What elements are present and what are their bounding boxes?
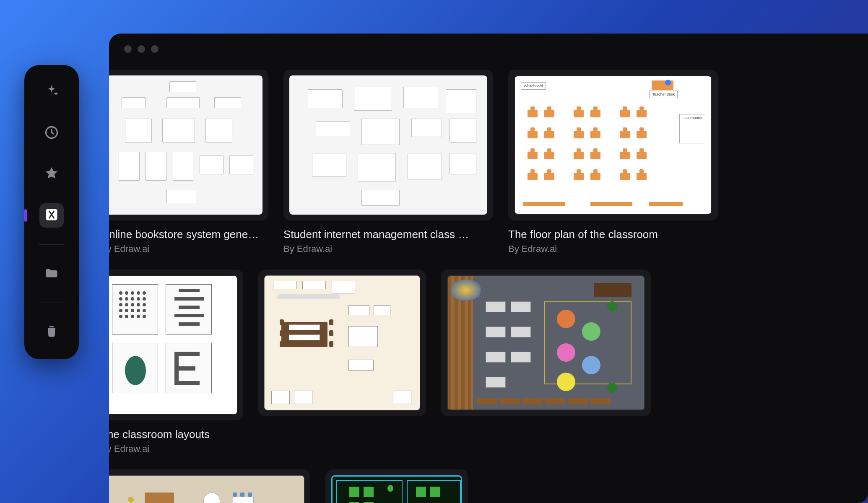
- traffic-light-maximize[interactable]: [151, 45, 159, 53]
- sidebar-item-recent[interactable]: [39, 121, 64, 145]
- sidebar-item-templates[interactable]: [39, 203, 64, 228]
- labcounter-label: Lab counter: [679, 114, 705, 143]
- template-thumbnail: [109, 469, 310, 503]
- trash-icon: [44, 324, 59, 340]
- svg-point-2: [50, 331, 51, 332]
- template-author: By Edraw.ai: [109, 244, 268, 254]
- template-thumbnail: [441, 270, 651, 416]
- template-card[interactable]: [441, 270, 651, 454]
- template-author: By Edraw.ai: [508, 244, 718, 254]
- template-card[interactable]: Student internet management class … By E…: [283, 70, 493, 254]
- main-window: Online bookstore system gene… By Edraw.a…: [109, 34, 868, 503]
- template-title: Student internet management class …: [283, 228, 493, 241]
- traffic-light-minimize[interactable]: [138, 45, 145, 53]
- template-card[interactable]: [258, 270, 426, 454]
- teacherdesk-label: Teacher desk: [649, 91, 678, 98]
- template-thumbnail: Classroom Layout Ideas: [325, 469, 468, 503]
- svg-point-3: [52, 331, 54, 332]
- window-traffic-lights: [109, 34, 868, 61]
- template-card[interactable]: Online bookstore system gene… By Edraw.a…: [109, 70, 268, 254]
- template-card[interactable]: Classroom Layout Ideas: [325, 469, 468, 503]
- sidebar-item-files[interactable]: [39, 262, 64, 286]
- template-title: The floor plan of the classroom: [508, 228, 718, 241]
- templates-icon: [44, 207, 59, 224]
- template-thumbnail: [283, 70, 493, 220]
- template-thumbnail: [109, 70, 268, 220]
- sparkle-icon: [44, 84, 59, 101]
- sidebar-item-favorites[interactable]: [39, 162, 64, 187]
- template-author: By Edraw.ai: [283, 244, 493, 254]
- template-card[interactable]: [109, 469, 310, 503]
- template-card[interactable]: The classroom layouts By Edraw.ai: [109, 270, 243, 454]
- sidebar-item-trash[interactable]: [39, 320, 64, 344]
- template-thumbnail: Whiteboard Teacher desk Lab counter: [508, 70, 718, 220]
- template-card[interactable]: Whiteboard Teacher desk Lab counter: [508, 70, 718, 254]
- sidebar-divider: [39, 244, 64, 245]
- template-thumbnail: [258, 270, 426, 416]
- sidebar-toolbar: [24, 65, 79, 359]
- template-gallery: Online bookstore system gene… By Edraw.a…: [109, 61, 868, 503]
- star-icon: [44, 166, 59, 183]
- traffic-light-close[interactable]: [124, 45, 132, 53]
- whiteboard-label: Whiteboard: [521, 82, 546, 90]
- template-title: Online bookstore system gene…: [109, 228, 268, 241]
- folder-icon: [44, 265, 59, 282]
- clock-icon: [44, 125, 59, 142]
- sidebar-divider: [39, 303, 64, 303]
- template-thumbnail: [109, 270, 243, 420]
- template-author: By Edraw.ai: [109, 443, 243, 454]
- sidebar-item-ai[interactable]: [39, 80, 64, 104]
- template-title: The classroom layouts: [109, 428, 243, 441]
